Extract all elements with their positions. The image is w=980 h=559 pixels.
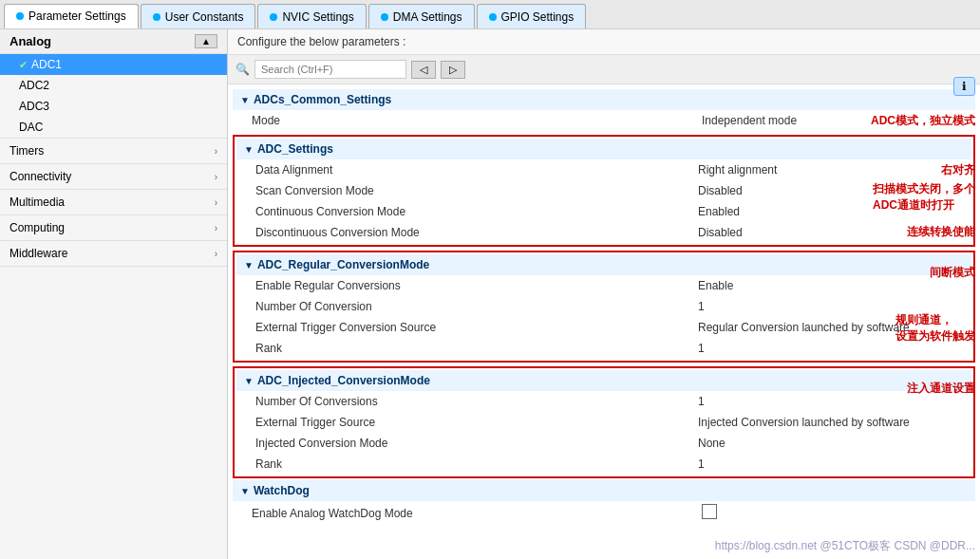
sidebar-section-connectivity-header[interactable]: Connectivity › xyxy=(0,164,227,189)
sidebar-item-adc3[interactable]: ADC3 xyxy=(0,96,227,117)
tab-dot xyxy=(270,13,277,21)
tab-dot xyxy=(153,13,160,21)
group-watchdog: ▼ WatchDog Enable Analog WatchDog Mode xyxy=(233,480,975,525)
param-row-data-alignment: Data Alignment Right alignment xyxy=(236,159,971,180)
tab-nvic-settings[interactable]: NVIC Settings xyxy=(257,4,366,28)
search-input[interactable] xyxy=(254,60,406,79)
param-row-rank-1: Rank 1 xyxy=(236,338,971,359)
tab-bar: Parameter Settings User Constants NVIC S… xyxy=(0,0,980,29)
param-row-continuous-conversion: Continuous Conversion Mode Enabled xyxy=(236,201,971,222)
group-adc-settings: ▼ ADC_Settings Data Alignment Right alig… xyxy=(233,135,975,247)
sidebar-section-multimedia-header[interactable]: Multimedia › xyxy=(0,190,227,214)
chevron-down-icon: ▼ xyxy=(240,95,250,105)
chevron-right-icon: › xyxy=(215,197,217,208)
next-button[interactable]: ▷ xyxy=(441,61,465,79)
tab-gpio-settings[interactable]: GPIO Settings xyxy=(477,4,587,28)
param-row-injected-mode: Injected Conversion Mode None xyxy=(236,433,971,454)
chevron-right-icon: › xyxy=(215,146,217,157)
chevron-right-icon: › xyxy=(215,249,217,259)
tab-dot xyxy=(381,13,388,21)
group-header-watchdog[interactable]: ▼ WatchDog xyxy=(233,480,975,501)
chevron-down-icon: ▼ xyxy=(244,144,254,155)
param-table: ▼ ADCs_Common_Settings Mode Independent … xyxy=(228,84,980,559)
tab-dma-settings[interactable]: DMA Settings xyxy=(368,4,475,28)
group-header-adc-settings[interactable]: ▼ ADC_Settings xyxy=(236,139,971,159)
watermark: https://blog.csdn.net @51CTO极客 CSDN @DDR… xyxy=(715,538,975,554)
tab-parameter-settings[interactable]: Parameter Settings xyxy=(4,4,139,28)
sidebar-section-middleware: Middleware › xyxy=(0,241,227,267)
chevron-down-icon: ▼ xyxy=(244,376,254,386)
chevron-right-icon: › xyxy=(215,172,217,182)
tab-user-constants[interactable]: User Constants xyxy=(141,4,256,28)
sidebar-section-multimedia: Multimedia › xyxy=(0,190,227,215)
tab-dot xyxy=(489,13,497,21)
sidebar-section-connectivity: Connectivity › xyxy=(0,164,227,190)
group-header-adc-regular[interactable]: ▼ ADC_Regular_ConversionMode xyxy=(236,254,971,275)
sidebar-title: Analog xyxy=(9,34,51,48)
param-row-ext-trigger-source: External Trigger Source Injected Convers… xyxy=(236,412,971,433)
sidebar-header: Analog ▲ xyxy=(0,29,227,54)
chevron-down-icon: ▼ xyxy=(244,260,254,270)
watchdog-checkbox[interactable] xyxy=(702,504,717,519)
param-row-discontinuous-conversion: Discontinuous Conversion Mode Disabled xyxy=(236,222,971,243)
param-row-external-trigger: External Trigger Conversion Source Regul… xyxy=(236,317,971,338)
sidebar-section-computing: Computing › xyxy=(0,215,227,241)
chevron-down-icon: ▼ xyxy=(240,486,250,496)
arrow-up[interactable]: ▲ xyxy=(195,34,217,48)
sidebar-section-middleware-header[interactable]: Middleware › xyxy=(0,241,227,266)
sidebar-item-adc1[interactable]: ✔ ADC1 xyxy=(0,54,227,75)
group-adc-regular: ▼ ADC_Regular_ConversionMode Enable Regu… xyxy=(233,251,975,363)
group-adc-common: ▼ ADCs_Common_Settings Mode Independent … xyxy=(233,89,975,131)
param-row-rank-2: Rank 1 xyxy=(236,454,971,475)
param-row-number-of-conversion: Number Of Conversion 1 xyxy=(236,296,971,317)
search-icon: 🔍 xyxy=(236,63,250,76)
prev-button[interactable]: ◁ xyxy=(411,61,436,79)
content: Configure the below parameters : 🔍 ◁ ▷ ▼ xyxy=(228,29,980,559)
info-button[interactable]: ℹ xyxy=(953,77,975,96)
sidebar-section-computing-header[interactable]: Computing › xyxy=(0,215,227,240)
tab-dot xyxy=(16,12,24,20)
param-row-enable-regular: Enable Regular Conversions Enable xyxy=(236,275,971,296)
sidebar-section-analog: ✔ ADC1 ADC2 ADC3 DAC xyxy=(0,54,227,139)
param-row-num-conversions: Number Of Conversions 1 xyxy=(236,391,971,412)
sidebar-arrows: ▲ xyxy=(195,34,217,48)
param-row-mode: Mode Independent mode xyxy=(233,110,975,131)
sidebar-section-timers-header[interactable]: Timers › xyxy=(0,139,227,163)
group-header-adc-injected[interactable]: ▼ ADC_Injected_ConversionMode xyxy=(236,370,971,391)
group-adc-injected: ▼ ADC_Injected_ConversionMode Number Of … xyxy=(233,366,975,478)
main-area: Analog ▲ ✔ ADC1 ADC2 ADC3 DAC xyxy=(0,29,980,559)
check-icon: ✔ xyxy=(19,59,28,71)
sidebar-section-timers: Timers › xyxy=(0,139,227,164)
sidebar-item-adc2[interactable]: ADC2 xyxy=(0,75,227,96)
group-header-adc-common[interactable]: ▼ ADCs_Common_Settings xyxy=(233,89,975,110)
search-bar: 🔍 ◁ ▷ xyxy=(228,55,980,84)
sidebar: Analog ▲ ✔ ADC1 ADC2 ADC3 DAC xyxy=(0,29,228,559)
content-header: Configure the below parameters : xyxy=(228,29,980,55)
sidebar-item-dac[interactable]: DAC xyxy=(0,117,227,138)
param-row-scan-conversion: Scan Conversion Mode Disabled xyxy=(236,180,971,201)
chevron-right-icon: › xyxy=(215,223,217,233)
content-wrapper: Configure the below parameters : 🔍 ◁ ▷ ▼ xyxy=(228,29,980,559)
param-row-watchdog: Enable Analog WatchDog Mode xyxy=(233,501,975,525)
